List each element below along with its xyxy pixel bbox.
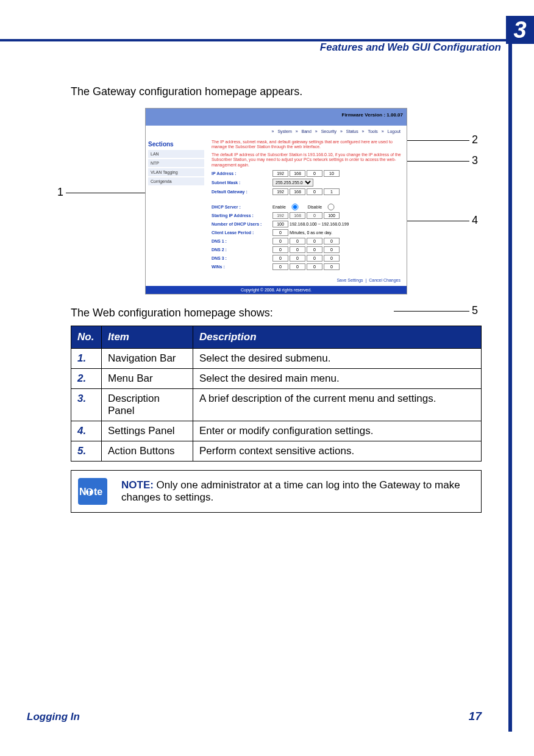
dhcp-users-input[interactable]	[272, 221, 288, 227]
legend-table: No. Item Description 1. Navigation Bar S…	[71, 326, 482, 462]
start-octet-3	[307, 212, 322, 219]
wins-2[interactable]	[290, 263, 305, 270]
sections-title: Sections	[148, 141, 204, 148]
gw-octet-2[interactable]	[290, 188, 305, 195]
dns3-4[interactable]	[324, 255, 340, 262]
dhcp-users-label: Number of DHCP Users :	[212, 222, 272, 226]
dns1-3[interactable]	[307, 238, 322, 244]
note-icon: N te	[78, 478, 107, 505]
save-settings-button[interactable]: Save Settings	[336, 278, 363, 282]
dns3-1[interactable]	[272, 255, 288, 262]
lease-input[interactable]	[272, 229, 288, 236]
dns3-2[interactable]	[290, 255, 305, 262]
sidebar-item-corrigenda[interactable]: Corrigenda	[148, 177, 204, 185]
dhcp-disable-radio[interactable]	[323, 204, 339, 210]
intro-text: The Gateway configuration homepage appea…	[71, 85, 482, 98]
description-text-1: The IP address, subnet mask, and default…	[212, 140, 402, 150]
screenshot-footer: Copyright © 2008. All rights reserved.	[146, 286, 407, 294]
lease-label: Client Lease Period :	[212, 230, 272, 235]
callout-5-num: 5	[472, 304, 478, 316]
screenshot-main: The IP address, subnet mask, and default…	[207, 137, 407, 274]
menu-item[interactable]: » Tools	[362, 129, 378, 134]
start-octet-2	[290, 212, 305, 219]
table-row: 2. Menu Bar Select the desired main menu…	[71, 368, 482, 388]
cancel-changes-button[interactable]: Cancel Changes	[369, 278, 400, 282]
wins-label: WINs :	[212, 265, 272, 269]
start-octet-1	[272, 212, 288, 219]
table-row: 4. Settings Panel Enter or modify config…	[71, 421, 482, 441]
footer-section: Logging In	[27, 711, 80, 723]
table-row: 3. Description Panel A brief description…	[71, 388, 482, 421]
callout-1: 1	[57, 186, 63, 199]
col-item: Item	[102, 326, 193, 348]
callout-1-num: 1	[57, 186, 63, 198]
wins-1[interactable]	[272, 263, 288, 270]
gw-octet-3[interactable]	[307, 188, 322, 195]
firmware-version: Firmware Version : 1.00.07	[342, 112, 404, 118]
menu-item[interactable]: » Logout	[382, 129, 400, 134]
starting-ip-label: Starting IP Address :	[212, 213, 272, 218]
description-text-2: The default IP address of the Subscriber…	[212, 152, 402, 168]
dns1-2[interactable]	[290, 238, 305, 244]
ip-address-label: IP Address :	[212, 171, 272, 176]
table-row: 5. Action Buttons Perform context sensit…	[71, 441, 482, 461]
sidebar-item-ntp[interactable]: NTP	[148, 159, 204, 167]
dns2-3[interactable]	[307, 246, 322, 253]
dns2-2[interactable]	[290, 246, 305, 253]
sidebar-item-vlan[interactable]: VLAN Tagging	[148, 168, 204, 176]
note-body: Only one administrator at a time can log…	[121, 479, 460, 503]
dns2-label: DNS 2 :	[212, 248, 272, 252]
dns3-label: DNS 3 :	[212, 256, 272, 260]
dhcp-disable-label: Disable	[308, 205, 322, 209]
dns1-4[interactable]	[324, 238, 340, 244]
dns2-4[interactable]	[324, 246, 340, 253]
wins-3[interactable]	[307, 263, 322, 270]
callout-5: 5	[472, 304, 478, 317]
gw-octet-4[interactable]	[324, 188, 340, 195]
gateway-label: Default Gateway :	[212, 190, 272, 194]
chapter-title: Features and Web GUI Configuration	[320, 41, 501, 54]
screenshot-with-callouts: 1 2 3 4 5 Firmware Version : 1.00.07 » S…	[72, 108, 480, 294]
callout-3: 3	[472, 154, 478, 167]
dhcp-range: 192.168.0.100 ~ 192.168.0.199	[290, 222, 349, 226]
callout-4-num: 4	[472, 214, 478, 226]
callout-2: 2	[472, 134, 478, 146]
note-text: NOTE: Only one administrator at a time c…	[114, 471, 481, 512]
ip-octet-2[interactable]	[290, 170, 305, 177]
ip-octet-1[interactable]	[272, 170, 288, 177]
ip-octet-4[interactable]	[324, 170, 340, 177]
lease-suffix: Minutes, 0 as one day.	[290, 230, 332, 235]
ip-octet-3[interactable]	[307, 170, 322, 177]
start-octet-4[interactable]	[324, 212, 340, 219]
col-desc: Description	[193, 326, 482, 348]
screenshot-sidebar: Sections LAN NTP VLAN Tagging Corrigenda	[146, 137, 207, 274]
note-box: N te NOTE: Only one administrator at a t…	[71, 470, 482, 513]
dns2-1[interactable]	[272, 246, 288, 253]
dhcp-enable-radio[interactable]	[287, 204, 303, 210]
action-buttons: Save Settings | Cancel Changes	[146, 274, 407, 286]
subnet-label: Subnet Mask :	[212, 180, 272, 185]
callout-3-num: 3	[472, 154, 478, 166]
table-row: 1. Navigation Bar Select the desired sub…	[71, 348, 482, 368]
gateway-screenshot: Firmware Version : 1.00.07 » System » Ba…	[145, 108, 407, 294]
menu-item[interactable]: » Status	[340, 129, 358, 134]
dhcp-label: DHCP Server :	[212, 205, 272, 209]
note-label: NOTE:	[121, 479, 154, 491]
chapter-number: 3	[506, 16, 534, 44]
page-header: 3 Features and Web GUI Configuration	[0, 16, 534, 41]
menu-item[interactable]: » System	[272, 129, 292, 134]
dns3-3[interactable]	[307, 255, 322, 262]
menu-item[interactable]: » Band	[296, 129, 312, 134]
right-margin-bar	[508, 41, 512, 732]
svg-text:te: te	[94, 487, 102, 497]
dns1-1[interactable]	[272, 238, 288, 244]
subnet-select[interactable]: 255.255.255.0	[272, 179, 313, 187]
screenshot-topbar: Firmware Version : 1.00.07	[146, 109, 407, 126]
wins-4[interactable]	[324, 263, 340, 270]
footer-page-number: 17	[469, 710, 482, 723]
page-footer: Logging In 17	[27, 710, 482, 723]
menu-item[interactable]: » Security	[315, 129, 336, 134]
sidebar-item-lan[interactable]: LAN	[148, 150, 204, 158]
gw-octet-1[interactable]	[272, 188, 288, 195]
legend-intro: The Web configuration homepage shows:	[71, 307, 482, 319]
